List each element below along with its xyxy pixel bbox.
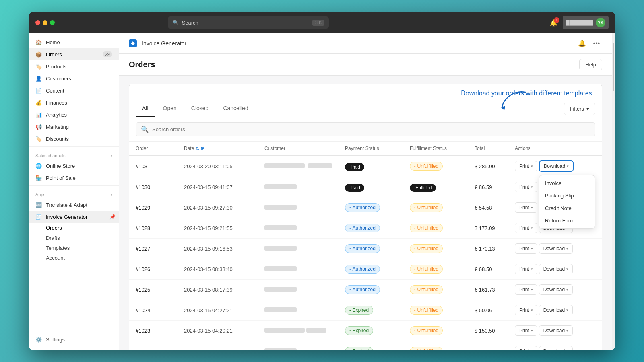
close-dot[interactable] xyxy=(35,20,40,25)
invoice-generator-icon: 🧾 xyxy=(35,214,42,220)
notification-badge: 1 xyxy=(554,17,559,23)
date-sort-icon[interactable]: ⇅ xyxy=(196,146,199,151)
print-button[interactable]: Print▾ xyxy=(515,202,537,213)
browser-window: 🔍 Search ⌘K 🔔 1 ████████ YS 🏠 Home xyxy=(29,12,615,350)
customer-blurred xyxy=(264,225,297,230)
sidebar-item-orders[interactable]: 📦 Orders 29 xyxy=(29,48,119,60)
user-chip[interactable]: ████████ YS xyxy=(563,16,609,29)
print-chevron-icon: ▾ xyxy=(531,226,533,230)
print-chevron-icon: ▾ xyxy=(531,164,533,168)
sales-channels-arrow[interactable]: › xyxy=(111,154,112,158)
scrollbar-thumb[interactable] xyxy=(613,43,614,91)
orders-icon: 📦 xyxy=(35,51,42,58)
download-label: Download xyxy=(543,348,565,350)
print-button[interactable]: Print▾ xyxy=(515,346,537,350)
print-button[interactable]: Print▾ xyxy=(515,182,537,192)
order-customer xyxy=(264,246,345,252)
th-order: Order xyxy=(136,146,184,151)
customer-blurred xyxy=(264,266,297,271)
sidebar-item-products[interactable]: 🏷️ Products xyxy=(29,60,119,72)
bell-header-icon[interactable]: 🔔 xyxy=(576,38,588,49)
order-total: $ 50.06 xyxy=(475,307,515,313)
download-button[interactable]: Download▾ xyxy=(539,243,573,254)
download-label: Download xyxy=(543,266,565,272)
browser-search-bar[interactable]: 🔍 Search ⌘K xyxy=(168,16,329,29)
apps-arrow[interactable]: › xyxy=(111,193,112,197)
fulfillment-badge: Unfulfilled xyxy=(410,203,443,212)
user-name-label: ████████ xyxy=(566,20,593,25)
sidebar-item-analytics[interactable]: 📊 Analytics xyxy=(29,109,119,121)
filters-button[interactable]: Filters ▾ xyxy=(564,103,595,115)
sidebar-item-customers[interactable]: 👤 Customers xyxy=(29,72,119,84)
print-button[interactable]: Print▾ xyxy=(515,284,537,295)
search-orders-box[interactable]: 🔍 xyxy=(136,122,595,136)
date-filter-icon[interactable]: ⊞ xyxy=(201,146,204,151)
sidebar-item-invoice-generator[interactable]: 🧾 Invoice Generator 📌 xyxy=(29,211,119,223)
customer-blurred-2 xyxy=(308,163,332,168)
discounts-icon: 🏷️ xyxy=(35,136,42,142)
download-button[interactable]: Download ▾ xyxy=(539,160,574,172)
order-date: 2024-03-15 09:41:07 xyxy=(184,184,264,190)
sidebar-item-online-store[interactable]: 🌐 Online Store xyxy=(29,160,119,172)
sidebar-sub-templates[interactable]: Templates xyxy=(29,243,119,253)
print-button[interactable]: Print▾ xyxy=(515,264,537,274)
download-chevron-icon: ▾ xyxy=(566,267,568,271)
sidebar-item-pos[interactable]: 🏪 Point of Sale xyxy=(29,172,119,184)
sidebar-item-content[interactable]: 📄 Content xyxy=(29,84,119,97)
payment-status-cell: Expired xyxy=(345,326,410,335)
fulfillment-badge: Unfulfilled xyxy=(410,244,443,253)
sidebar-sub-account[interactable]: Account xyxy=(29,253,119,263)
sidebar-item-marketing[interactable]: 📢 Marketing xyxy=(29,121,119,133)
table-row: #1031 2024-03-20 03:11:05 Paid Unfulfill… xyxy=(129,156,602,177)
maximize-dot[interactable] xyxy=(50,20,55,25)
sidebar-item-content-label: Content xyxy=(46,88,64,94)
tab-closed[interactable]: Closed xyxy=(185,100,215,117)
th-customer: Customer xyxy=(264,146,345,151)
sidebar-item-translate[interactable]: 🔤 Translate & Adapt xyxy=(29,199,119,211)
search-orders-input[interactable] xyxy=(152,126,590,132)
tab-all[interactable]: All xyxy=(136,100,155,117)
fulfillment-badge: Unfulfilled xyxy=(410,224,443,232)
download-button[interactable]: Download▾ xyxy=(539,264,573,274)
sidebar-item-home[interactable]: 🏠 Home xyxy=(29,36,119,48)
dropdown-invoice[interactable]: Invoice xyxy=(539,177,595,189)
dropdown-packing-slip[interactable]: Packing Slip xyxy=(539,189,595,202)
minimize-dot[interactable] xyxy=(43,20,47,25)
download-button[interactable]: Download▾ xyxy=(539,305,573,315)
help-button[interactable]: Help xyxy=(579,59,602,70)
sales-channels-label: Sales channels xyxy=(35,153,66,158)
tab-open[interactable]: Open xyxy=(157,100,183,117)
sidebar-item-finances[interactable]: 💰 Finances xyxy=(29,97,119,109)
settings-item[interactable]: ⚙️ Settings xyxy=(35,334,112,345)
print-chevron-icon: ▾ xyxy=(531,267,533,271)
sidebar-item-discounts[interactable]: 🏷️ Discounts xyxy=(29,133,119,145)
dropdown-credit-note[interactable]: Credit Note xyxy=(539,202,595,214)
order-date: 2024-03-15 08:17:39 xyxy=(184,287,264,293)
print-button[interactable]: Print▾ xyxy=(515,325,537,336)
more-options-icon[interactable]: ••• xyxy=(591,38,602,49)
fulfillment-badge: Unfulfilled xyxy=(410,347,443,350)
order-date: 2024-03-15 04:10:32 xyxy=(184,348,264,350)
notifications-bell[interactable]: 🔔 1 xyxy=(550,19,558,27)
scrollbar-track[interactable] xyxy=(612,33,615,350)
app-logo xyxy=(129,39,137,47)
sidebar-item-translate-label: Translate & Adapt xyxy=(46,202,87,208)
download-button[interactable]: Download▾ xyxy=(539,346,573,350)
tab-cancelled[interactable]: Cancelled xyxy=(217,100,254,117)
sidebar-sub-drafts[interactable]: Drafts xyxy=(29,233,119,243)
dropdown-return-form[interactable]: Return Form xyxy=(539,214,595,227)
sidebar-sub-orders-label: Orders xyxy=(46,225,62,231)
order-customer xyxy=(264,328,345,334)
print-button[interactable]: Print ▾ xyxy=(515,161,537,171)
download-dropdown-menu: Invoice Packing Slip Credit Note Return … xyxy=(539,175,595,229)
sidebar-sub-orders[interactable]: Orders xyxy=(29,223,119,233)
sidebar-sub-drafts-label: Drafts xyxy=(46,235,60,241)
print-button[interactable]: Print▾ xyxy=(515,243,537,254)
download-button[interactable]: Download▾ xyxy=(539,284,573,295)
download-button[interactable]: Download▾ xyxy=(539,325,573,336)
print-button[interactable]: Print▾ xyxy=(515,305,537,315)
payment-badge: Paid xyxy=(345,163,364,171)
print-label: Print xyxy=(519,307,529,313)
sidebar-item-finances-label: Finances xyxy=(46,100,67,106)
print-button[interactable]: Print▾ xyxy=(515,223,537,233)
